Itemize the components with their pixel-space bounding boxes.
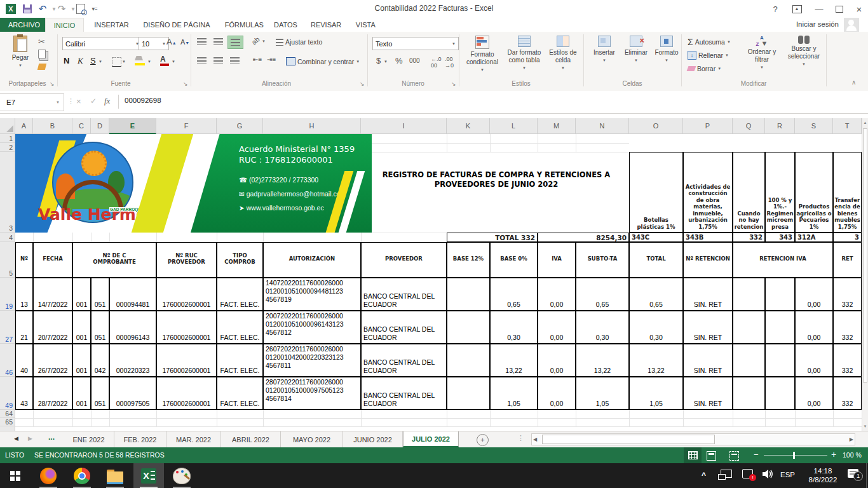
- cell-D19[interactable]: 051: [91, 278, 109, 311]
- cell-R27[interactable]: [765, 311, 795, 344]
- number-dialog-launcher[interactable]: ↘: [451, 81, 456, 87]
- cell-I46[interactable]: BANCO CENTRAL DEL ECUADOR: [361, 344, 447, 377]
- sheet-nav-next[interactable]: ▶: [28, 435, 32, 442]
- column-header-P[interactable]: P: [683, 118, 733, 134]
- decrease-font-button[interactable]: A▼: [180, 38, 189, 46]
- cell-T27[interactable]: 332: [833, 311, 862, 344]
- cell-B19[interactable]: 14/7/2022: [33, 278, 72, 311]
- row-header-3[interactable]: 3: [0, 152, 15, 233]
- cell-M27[interactable]: 0,00: [538, 311, 576, 344]
- row-header-2[interactable]: 2: [0, 143, 15, 152]
- cell-B49[interactable]: 28/7/2022: [33, 377, 72, 410]
- tax-column-code-T[interactable]: 3: [833, 233, 862, 242]
- column-header-M[interactable]: M: [538, 118, 576, 134]
- tax-column-header-O[interactable]: Botellas plásticas 1%: [629, 152, 683, 233]
- sheet-tab-mar-2022[interactable]: MAR. 2022: [166, 431, 221, 447]
- enter-button[interactable]: ✓: [90, 97, 97, 105]
- zoom-level[interactable]: 100 %: [843, 451, 862, 459]
- ribbon-tab-inicio[interactable]: INICIO: [45, 18, 85, 32]
- row-header-27[interactable]: 27: [0, 311, 15, 344]
- cell-O27[interactable]: 0,30: [629, 311, 683, 344]
- horizontal-scroll-thumb[interactable]: [542, 435, 715, 444]
- ribbon-tab-vista[interactable]: VISTA: [348, 18, 384, 32]
- cell-A19[interactable]: 13: [15, 278, 33, 311]
- start-button[interactable]: [0, 463, 31, 488]
- column-header-Q[interactable]: Q: [733, 118, 765, 134]
- cell-M49[interactable]: 0,00: [538, 377, 576, 410]
- cell-O46[interactable]: 13,22: [629, 344, 683, 377]
- borders-button[interactable]: [112, 57, 121, 67]
- cell-D49[interactable]: 051: [91, 377, 109, 410]
- cell-C19[interactable]: 001: [72, 278, 91, 311]
- notification-icon[interactable]: 1: [848, 469, 858, 478]
- align-center-button[interactable]: [214, 57, 223, 64]
- table-header-base0[interactable]: BASE 0%: [490, 242, 538, 278]
- align-right-button[interactable]: [230, 57, 240, 64]
- ribbon-tab-revisar[interactable]: REVISAR: [302, 18, 349, 32]
- column-header-L[interactable]: L: [490, 118, 538, 134]
- help-button[interactable]: ?: [766, 0, 785, 18]
- cell-S46[interactable]: 0,00: [795, 344, 833, 377]
- increase-indent-button[interactable]: ⇥≡: [267, 56, 276, 63]
- increase-font-button[interactable]: A▲: [166, 37, 177, 46]
- table-header-subtotal[interactable]: SUBTO-TA: [576, 242, 629, 278]
- close-button[interactable]: ×: [850, 0, 868, 18]
- row-header-4[interactable]: 4: [0, 233, 15, 242]
- cell-E19[interactable]: 000094481: [109, 278, 156, 311]
- sheet-tab-feb-2022[interactable]: FEB. 2022: [114, 431, 166, 447]
- show-desktop-button[interactable]: [866, 463, 867, 488]
- ribbon-tab-insertar[interactable]: INSERTAR: [86, 18, 137, 32]
- cell-O19[interactable]: 0,65: [629, 278, 683, 311]
- cell-T19[interactable]: 332: [833, 278, 862, 311]
- taskbar-firefox[interactable]: [33, 463, 64, 488]
- conditional-format-button[interactable]: Formato condicional▼: [463, 36, 502, 74]
- format-as-table-button[interactable]: Dar formato como tabla▼: [505, 36, 544, 72]
- cell-styles-button[interactable]: Estilos de celda▼: [545, 36, 581, 72]
- underline-dropdown[interactable]: ▼: [98, 60, 102, 64]
- merge-center-button[interactable]: Combinar y centrar▼: [286, 57, 360, 65]
- cell-Q27[interactable]: [733, 311, 765, 344]
- restore-button[interactable]: [830, 0, 849, 18]
- column-header-S[interactable]: S: [795, 118, 833, 134]
- cell-T49[interactable]: 332: [833, 377, 862, 410]
- sheet-tab-junio-2022[interactable]: JUNIO 2022: [343, 431, 403, 447]
- vertical-scrollbar[interactable]: ▲ ▼: [862, 118, 868, 431]
- align-left-button[interactable]: [197, 57, 207, 64]
- tax-column-header-S[interactable]: Productos agricoilas o Pecuarios 1%: [795, 152, 833, 233]
- align-middle-button[interactable]: [214, 38, 223, 45]
- zoom-out-button[interactable]: −: [754, 450, 759, 459]
- cell-P19[interactable]: SIN. RET: [683, 278, 733, 311]
- column-header-E[interactable]: E: [109, 118, 156, 134]
- table-header-tipo[interactable]: TIPO COMPROB: [217, 242, 263, 278]
- table-header-ret[interactable]: RET: [833, 242, 862, 278]
- table-header-proveedor[interactable]: PROVEEDOR: [361, 242, 447, 278]
- tax-column-code-S[interactable]: 312A: [795, 233, 833, 242]
- cell-E27[interactable]: 000096143: [109, 311, 156, 344]
- cell-L46[interactable]: 13,22: [490, 344, 538, 377]
- decrease-decimal-button[interactable]: .00→0: [445, 56, 454, 69]
- underline-button[interactable]: S: [90, 56, 96, 65]
- bold-button[interactable]: N: [64, 56, 69, 65]
- tax-column-header-Q[interactable]: Cuando no hay retencion: [733, 152, 765, 233]
- cell-B27[interactable]: 20/7/2022: [33, 311, 72, 344]
- name-box[interactable]: E7 ▼: [0, 93, 64, 111]
- table-header-nretencion[interactable]: Nº RETENCION: [683, 242, 733, 278]
- column-header-B[interactable]: B: [33, 118, 72, 134]
- hscroll-right-arrow[interactable]: ▶: [850, 437, 853, 442]
- table-header-ruc[interactable]: Nº RUC PROVEEDOR: [156, 242, 217, 278]
- number-format-combo[interactable]: Texto▼: [372, 37, 459, 50]
- cell-S49[interactable]: 0,00: [795, 377, 833, 410]
- ribbon-tab-f-rmulas[interactable]: FÓRMULAS: [217, 18, 272, 32]
- table-header-n[interactable]: Nº: [15, 242, 33, 278]
- add-sheet-button[interactable]: +: [477, 434, 489, 446]
- cell-G27[interactable]: FACT. ELEC.: [217, 311, 263, 344]
- clipboard-dialog-launcher[interactable]: ↘: [50, 81, 55, 87]
- orientation-button[interactable]: ab: [250, 35, 261, 46]
- cell-R46[interactable]: [765, 344, 795, 377]
- autosum-button[interactable]: ΣAutosuma▼: [688, 37, 731, 47]
- totals-value-cell[interactable]: 8254,30: [538, 233, 629, 242]
- fill-color-button[interactable]: [135, 56, 145, 65]
- column-header-H[interactable]: H: [263, 118, 361, 134]
- ribbon-tab-archivo[interactable]: ARCHIVO: [0, 18, 48, 32]
- cell-G19[interactable]: FACT. ELEC.: [217, 278, 263, 311]
